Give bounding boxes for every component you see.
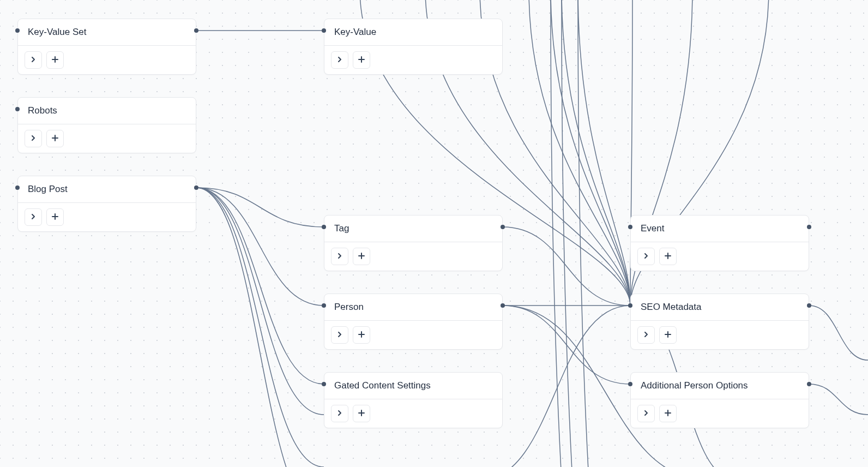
plus-icon — [665, 253, 671, 261]
port-blog_out[interactable] — [194, 185, 198, 190]
port-gated_in[interactable] — [322, 382, 326, 386]
chevron-right-icon — [336, 253, 343, 261]
node-kv[interactable]: Key-Value — [324, 19, 503, 75]
node-title: Gated Content Settings — [324, 373, 502, 399]
node-title: Event — [631, 215, 809, 242]
expand-button[interactable] — [331, 248, 348, 265]
node-gated[interactable]: Gated Content Settings — [324, 372, 503, 428]
plus-icon — [52, 56, 58, 64]
add-button[interactable] — [46, 51, 64, 69]
add-button[interactable] — [46, 208, 64, 226]
port-robots_in[interactable] — [15, 107, 20, 111]
node-kvset[interactable]: Key-Value Set — [17, 19, 196, 75]
plus-icon — [358, 253, 365, 261]
add-button[interactable] — [353, 248, 370, 265]
port-seo_out[interactable] — [807, 303, 811, 308]
chevron-right-icon — [30, 213, 37, 221]
expand-button[interactable] — [25, 208, 42, 226]
port-person_in[interactable] — [322, 303, 326, 308]
node-person[interactable]: Person — [324, 294, 503, 350]
node-title: Key-Value Set — [18, 19, 196, 46]
port-addperson_out[interactable] — [807, 382, 811, 386]
node-actions — [18, 203, 196, 231]
node-title: Blog Post — [18, 176, 196, 203]
chevron-right-icon — [30, 56, 37, 64]
node-title: SEO Metadata — [631, 294, 809, 321]
port-person_out[interactable] — [501, 303, 505, 308]
add-button[interactable] — [659, 248, 677, 265]
port-event_out[interactable] — [807, 225, 811, 229]
plus-icon — [52, 213, 58, 221]
node-title: Key-Value — [324, 19, 502, 46]
node-event[interactable]: Event — [630, 215, 809, 271]
port-blog_in[interactable] — [15, 185, 20, 190]
port-addperson_in[interactable] — [628, 382, 632, 386]
chevron-right-icon — [30, 135, 37, 143]
node-actions — [324, 46, 502, 74]
port-kv_in[interactable] — [322, 28, 326, 33]
add-button[interactable] — [46, 130, 64, 147]
plus-icon — [358, 331, 365, 339]
add-button[interactable] — [659, 326, 677, 344]
node-robots[interactable]: Robots — [17, 97, 196, 153]
port-tag_in[interactable] — [322, 225, 326, 229]
add-button[interactable] — [659, 405, 677, 422]
port-tag_out[interactable] — [501, 225, 505, 229]
node-actions — [324, 242, 502, 271]
plus-icon — [52, 135, 58, 143]
node-seo[interactable]: SEO Metadata — [630, 294, 809, 350]
plus-icon — [358, 410, 365, 418]
port-seo_in[interactable] — [628, 303, 632, 308]
node-addperson[interactable]: Additional Person Options — [630, 372, 809, 428]
node-blog[interactable]: Blog Post — [17, 176, 196, 232]
node-actions — [324, 321, 502, 349]
plus-icon — [665, 331, 671, 339]
port-kvset_out[interactable] — [194, 28, 198, 33]
expand-button[interactable] — [331, 51, 348, 69]
node-actions — [18, 124, 196, 153]
expand-button[interactable] — [637, 248, 655, 265]
expand-button[interactable] — [25, 51, 42, 69]
expand-button[interactable] — [331, 326, 348, 344]
chevron-right-icon — [336, 331, 343, 339]
expand-button[interactable] — [25, 130, 42, 147]
node-title: Robots — [18, 98, 196, 124]
node-title: Person — [324, 294, 502, 321]
port-kvset_in[interactable] — [15, 28, 20, 33]
expand-button[interactable] — [637, 326, 655, 344]
node-actions — [631, 242, 809, 271]
node-actions — [631, 399, 809, 428]
add-button[interactable] — [353, 326, 370, 344]
chevron-right-icon — [643, 253, 649, 261]
expand-button[interactable] — [637, 405, 655, 422]
chevron-right-icon — [336, 410, 343, 418]
add-button[interactable] — [353, 51, 370, 69]
node-actions — [18, 46, 196, 74]
chevron-right-icon — [643, 331, 649, 339]
chevron-right-icon — [336, 56, 343, 64]
node-actions — [324, 399, 502, 428]
chevron-right-icon — [643, 410, 649, 418]
node-tag[interactable]: Tag — [324, 215, 503, 271]
node-title: Additional Person Options — [631, 373, 809, 399]
port-event_in[interactable] — [628, 225, 632, 229]
node-actions — [631, 321, 809, 349]
plus-icon — [358, 56, 365, 64]
add-button[interactable] — [353, 405, 370, 422]
expand-button[interactable] — [331, 405, 348, 422]
node-title: Tag — [324, 215, 502, 242]
plus-icon — [665, 410, 671, 418]
